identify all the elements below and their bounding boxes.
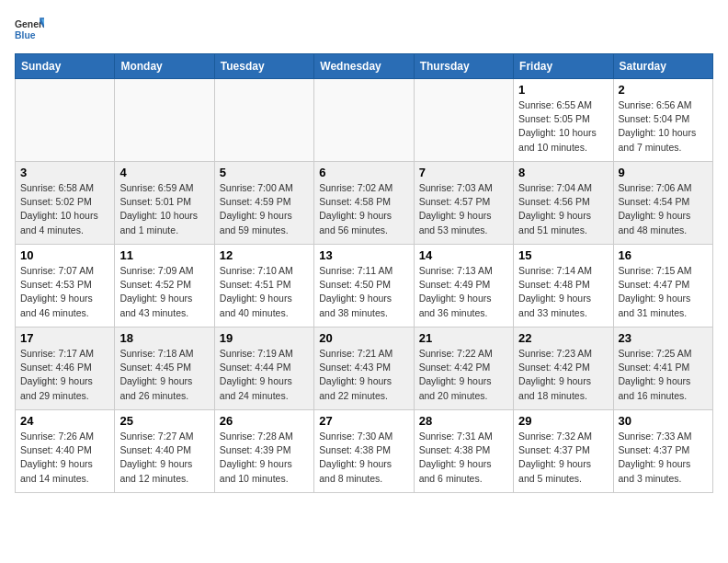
day-info: Sunrise: 7:22 AM Sunset: 4:42 PM Dayligh… — [419, 347, 508, 403]
day-info: Sunrise: 7:11 AM Sunset: 4:50 PM Dayligh… — [319, 264, 408, 320]
calendar-day-cell: 19Sunrise: 7:19 AM Sunset: 4:44 PM Dayli… — [214, 327, 313, 410]
calendar-day-cell: 30Sunrise: 7:33 AM Sunset: 4:37 PM Dayli… — [613, 410, 712, 493]
day-number: 3 — [20, 166, 109, 179]
day-number: 22 — [518, 331, 608, 345]
calendar-day-cell: 29Sunrise: 7:32 AM Sunset: 4:37 PM Dayli… — [514, 410, 613, 493]
calendar-day-cell: 22Sunrise: 7:23 AM Sunset: 4:42 PM Dayli… — [514, 327, 613, 410]
day-number: 12 — [220, 248, 309, 262]
day-info: Sunrise: 7:13 AM Sunset: 4:49 PM Dayligh… — [419, 264, 508, 320]
calendar-day-cell: 8Sunrise: 7:04 AM Sunset: 4:56 PM Daylig… — [514, 162, 613, 245]
calendar-day-cell: 2Sunrise: 6:56 AM Sunset: 5:04 PM Daylig… — [613, 79, 712, 162]
calendar-week-row: 3Sunrise: 6:58 AM Sunset: 5:02 PM Daylig… — [16, 162, 713, 245]
calendar-day-cell: 21Sunrise: 7:22 AM Sunset: 4:42 PM Dayli… — [414, 327, 513, 410]
calendar-day-cell — [115, 79, 214, 162]
calendar-day-cell: 9Sunrise: 7:06 AM Sunset: 4:54 PM Daylig… — [613, 162, 712, 245]
day-number: 7 — [419, 166, 508, 179]
day-info: Sunrise: 7:07 AM Sunset: 4:53 PM Dayligh… — [20, 264, 109, 320]
day-info: Sunrise: 6:59 AM Sunset: 5:01 PM Dayligh… — [119, 181, 209, 237]
day-number: 11 — [119, 248, 209, 262]
day-info: Sunrise: 7:19 AM Sunset: 4:44 PM Dayligh… — [220, 347, 309, 403]
calendar-day-cell: 4Sunrise: 6:59 AM Sunset: 5:01 PM Daylig… — [115, 162, 214, 245]
logo: General Blue — [15, 15, 44, 44]
calendar-day-cell: 24Sunrise: 7:26 AM Sunset: 4:40 PM Dayli… — [16, 410, 115, 493]
day-number: 24 — [20, 414, 109, 428]
calendar-day-cell: 7Sunrise: 7:03 AM Sunset: 4:57 PM Daylig… — [414, 162, 513, 245]
day-number: 10 — [20, 248, 109, 262]
svg-text:Blue: Blue — [15, 30, 36, 40]
logo-icon: General Blue — [15, 15, 44, 44]
day-info: Sunrise: 7:21 AM Sunset: 4:43 PM Dayligh… — [319, 347, 408, 403]
day-number: 25 — [119, 414, 209, 428]
day-info: Sunrise: 7:23 AM Sunset: 4:42 PM Dayligh… — [518, 347, 608, 403]
calendar-day-cell: 16Sunrise: 7:15 AM Sunset: 4:47 PM Dayli… — [613, 245, 712, 327]
day-number: 20 — [319, 331, 408, 345]
day-of-week-header: Wednesday — [314, 54, 414, 79]
calendar-day-cell — [16, 79, 115, 162]
day-number: 4 — [119, 166, 209, 179]
calendar-day-cell: 25Sunrise: 7:27 AM Sunset: 4:40 PM Dayli… — [115, 410, 214, 493]
day-number: 23 — [619, 331, 708, 345]
calendar-day-cell — [314, 79, 414, 162]
calendar-header-row: SundayMondayTuesdayWednesdayThursdayFrid… — [16, 54, 713, 79]
day-number: 28 — [419, 414, 508, 428]
day-info: Sunrise: 6:58 AM Sunset: 5:02 PM Dayligh… — [20, 181, 109, 237]
day-of-week-header: Saturday — [613, 54, 712, 79]
day-info: Sunrise: 7:03 AM Sunset: 4:57 PM Dayligh… — [419, 181, 508, 237]
day-number: 27 — [319, 414, 408, 428]
day-info: Sunrise: 7:09 AM Sunset: 4:52 PM Dayligh… — [119, 264, 209, 320]
day-info: Sunrise: 7:25 AM Sunset: 4:41 PM Dayligh… — [619, 347, 708, 403]
day-number: 17 — [20, 331, 109, 345]
calendar-day-cell: 13Sunrise: 7:11 AM Sunset: 4:50 PM Dayli… — [314, 245, 414, 327]
day-number: 2 — [619, 83, 708, 97]
day-number: 1 — [518, 83, 608, 97]
calendar-table: SundayMondayTuesdayWednesdayThursdayFrid… — [15, 53, 713, 493]
calendar-week-row: 10Sunrise: 7:07 AM Sunset: 4:53 PM Dayli… — [16, 245, 713, 327]
day-info: Sunrise: 7:31 AM Sunset: 4:38 PM Dayligh… — [419, 430, 508, 486]
day-info: Sunrise: 6:55 AM Sunset: 5:05 PM Dayligh… — [518, 98, 608, 155]
calendar-day-cell: 12Sunrise: 7:10 AM Sunset: 4:51 PM Dayli… — [214, 245, 313, 327]
day-number: 14 — [419, 248, 508, 262]
day-number: 19 — [220, 331, 309, 345]
day-number: 15 — [518, 248, 608, 262]
day-info: Sunrise: 7:02 AM Sunset: 4:58 PM Dayligh… — [319, 181, 408, 237]
day-info: Sunrise: 7:17 AM Sunset: 4:46 PM Dayligh… — [20, 347, 109, 403]
day-info: Sunrise: 7:14 AM Sunset: 4:48 PM Dayligh… — [518, 264, 608, 320]
day-info: Sunrise: 7:30 AM Sunset: 4:38 PM Dayligh… — [319, 430, 408, 486]
calendar-day-cell: 15Sunrise: 7:14 AM Sunset: 4:48 PM Dayli… — [514, 245, 613, 327]
day-number: 13 — [319, 248, 408, 262]
day-number: 21 — [419, 331, 508, 345]
calendar-day-cell — [214, 79, 313, 162]
day-info: Sunrise: 7:10 AM Sunset: 4:51 PM Dayligh… — [220, 264, 309, 320]
day-info: Sunrise: 7:33 AM Sunset: 4:37 PM Dayligh… — [619, 430, 708, 486]
calendar-day-cell: 17Sunrise: 7:17 AM Sunset: 4:46 PM Dayli… — [16, 327, 115, 410]
calendar-body: 1Sunrise: 6:55 AM Sunset: 5:05 PM Daylig… — [16, 79, 713, 493]
day-info: Sunrise: 7:18 AM Sunset: 4:45 PM Dayligh… — [119, 347, 209, 403]
calendar-day-cell: 23Sunrise: 7:25 AM Sunset: 4:41 PM Dayli… — [613, 327, 712, 410]
calendar-day-cell: 20Sunrise: 7:21 AM Sunset: 4:43 PM Dayli… — [314, 327, 414, 410]
calendar-day-cell: 18Sunrise: 7:18 AM Sunset: 4:45 PM Dayli… — [115, 327, 214, 410]
calendar-day-cell: 5Sunrise: 7:00 AM Sunset: 4:59 PM Daylig… — [214, 162, 313, 245]
page-header: General Blue — [15, 15, 713, 44]
calendar-day-cell: 27Sunrise: 7:30 AM Sunset: 4:38 PM Dayli… — [314, 410, 414, 493]
day-of-week-header: Tuesday — [214, 54, 313, 79]
calendar-week-row: 1Sunrise: 6:55 AM Sunset: 5:05 PM Daylig… — [16, 79, 713, 162]
calendar-day-cell: 10Sunrise: 7:07 AM Sunset: 4:53 PM Dayli… — [16, 245, 115, 327]
day-number: 5 — [220, 166, 309, 179]
calendar-day-cell — [414, 79, 513, 162]
day-number: 16 — [619, 248, 708, 262]
day-of-week-header: Sunday — [16, 54, 115, 79]
day-info: Sunrise: 7:04 AM Sunset: 4:56 PM Dayligh… — [518, 181, 608, 237]
day-number: 6 — [319, 166, 408, 179]
day-number: 30 — [619, 414, 708, 428]
calendar-day-cell: 26Sunrise: 7:28 AM Sunset: 4:39 PM Dayli… — [214, 410, 313, 493]
day-info: Sunrise: 6:56 AM Sunset: 5:04 PM Dayligh… — [619, 98, 708, 155]
calendar-day-cell: 11Sunrise: 7:09 AM Sunset: 4:52 PM Dayli… — [115, 245, 214, 327]
day-info: Sunrise: 7:26 AM Sunset: 4:40 PM Dayligh… — [20, 430, 109, 486]
calendar-day-cell: 3Sunrise: 6:58 AM Sunset: 5:02 PM Daylig… — [16, 162, 115, 245]
day-info: Sunrise: 7:32 AM Sunset: 4:37 PM Dayligh… — [518, 430, 608, 486]
day-number: 8 — [518, 166, 608, 179]
calendar-day-cell: 1Sunrise: 6:55 AM Sunset: 5:05 PM Daylig… — [514, 79, 613, 162]
day-number: 9 — [619, 166, 708, 179]
day-of-week-header: Thursday — [414, 54, 513, 79]
day-info: Sunrise: 7:27 AM Sunset: 4:40 PM Dayligh… — [119, 430, 209, 486]
